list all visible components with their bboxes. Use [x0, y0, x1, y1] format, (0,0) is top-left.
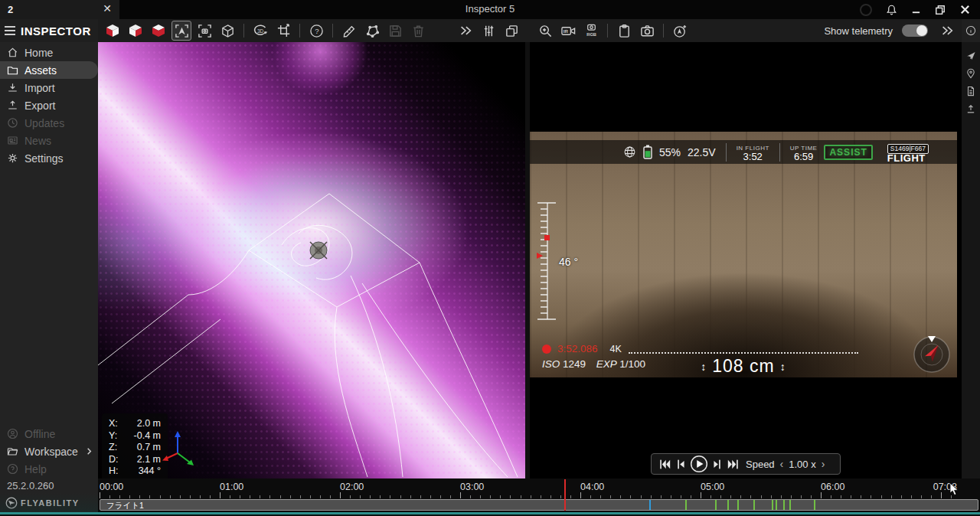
svg-text:RGB: RGB	[586, 32, 596, 37]
event-marker[interactable]	[685, 500, 687, 510]
sidebar-item-workspace[interactable]: Workspace	[0, 443, 98, 460]
drone-model	[310, 242, 327, 259]
telemetry-bar: 55% 22.5V IN FLIGHT 3:52 UP TIME 6:59 AS…	[530, 140, 957, 164]
gear-icon	[7, 152, 18, 164]
panel-chevrons-icon[interactable]	[937, 21, 957, 41]
step-back-icon[interactable]	[675, 459, 686, 470]
event-marker[interactable]	[783, 500, 785, 510]
rotate-3d-icon[interactable]: 3D	[250, 21, 270, 41]
compass-indicator	[913, 335, 951, 374]
sidebar-item-settings[interactable]: Settings	[0, 149, 98, 167]
timeline-ticks	[98, 492, 980, 498]
document-icon[interactable]	[962, 82, 980, 100]
step-forward-icon[interactable]	[712, 459, 723, 470]
asset-cube-2-icon[interactable]	[126, 21, 145, 41]
speed-up-icon[interactable]: ›	[820, 458, 827, 470]
event-marker[interactable]	[814, 500, 815, 510]
more-chevrons-icon[interactable]	[456, 21, 475, 41]
play-button[interactable]	[690, 455, 708, 473]
flight-session: S1469|F667 FLIGHT	[887, 142, 929, 162]
layout-windows-icon[interactable]	[501, 21, 521, 41]
camera-video-feed[interactable]: 55% 22.5V IN FLIGHT 3:52 UP TIME 6:59 AS…	[530, 132, 957, 377]
user-status-icon	[7, 428, 18, 439]
show-telemetry-toggle[interactable]	[902, 24, 928, 37]
battery-voltage: 22.5V	[688, 146, 716, 158]
skip-end-icon[interactable]	[727, 459, 740, 470]
flight-track[interactable]: フライト1	[100, 499, 978, 511]
speed-down-icon[interactable]: ‹	[779, 458, 786, 470]
ir-video-icon[interactable]: IR	[558, 21, 578, 41]
battery-percent: 55%	[659, 146, 681, 158]
timeline-time-label: 06:00	[821, 482, 844, 492]
sidebar-item-home[interactable]: Home	[0, 44, 98, 61]
close-icon[interactable]	[959, 4, 971, 15]
timeline[interactable]: 00:0001:0002:0003:0004:0005:0006:0007:08…	[98, 478, 980, 512]
minimize-icon[interactable]	[911, 5, 921, 15]
event-marker[interactable]	[727, 500, 729, 510]
sidebar-item-updates: Updates	[0, 114, 98, 132]
airplane-icon[interactable]	[962, 47, 980, 64]
restore-icon[interactable]	[935, 5, 946, 15]
pointcloud-viewport[interactable]: X:2.0 m Y:-0.4 m Z:0.7 m D:2.1 m H:344 °	[98, 42, 525, 478]
rgb-video-icon[interactable]: RGB	[581, 21, 601, 41]
axis-gizmo-icon	[162, 427, 198, 473]
flyability-mark-icon	[5, 497, 18, 509]
measure-icon[interactable]	[339, 21, 359, 41]
filters-icon[interactable]	[479, 21, 498, 41]
avatar[interactable]	[860, 4, 872, 16]
export-icon	[7, 100, 18, 111]
locate-drone-icon[interactable]	[172, 21, 191, 41]
exp-label: EXP	[596, 358, 617, 370]
asset-cube-1-icon[interactable]	[103, 21, 122, 41]
tilt-angle-value: 46 °	[559, 256, 578, 268]
upload-icon[interactable]	[962, 100, 980, 117]
menu-icon[interactable]	[5, 26, 15, 35]
playback-controls: Speed ‹ 1.00 x ›	[651, 453, 841, 475]
asset-cube-3-icon[interactable]	[149, 21, 168, 41]
bounding-box-icon[interactable]	[217, 21, 237, 41]
info-icon[interactable]	[962, 19, 980, 42]
event-marker[interactable]	[753, 500, 755, 510]
poi-icon[interactable]	[670, 21, 690, 41]
connection-globe-icon	[623, 145, 636, 158]
skip-start-icon[interactable]	[658, 459, 671, 470]
svg-text:IR: IR	[563, 28, 568, 34]
sidebar-item-export[interactable]: Export	[0, 96, 98, 114]
event-marker[interactable]	[772, 500, 773, 510]
help-icon[interactable]: ?	[306, 21, 326, 41]
screenshot-icon[interactable]	[637, 21, 657, 41]
sidebar-item-import[interactable]: Import	[0, 79, 98, 96]
updown-arrow-icon: ↕	[701, 361, 707, 373]
record-time: 3:52.086	[557, 343, 598, 354]
timeline-time-label: 01:00	[220, 482, 243, 492]
edge-column	[962, 19, 980, 478]
clipboard-icon[interactable]	[614, 21, 634, 41]
timeline-time-label: 03:00	[460, 482, 484, 492]
crop-icon[interactable]	[273, 21, 293, 41]
app-version: 25.2.0.260	[7, 480, 54, 492]
bell-icon[interactable]	[886, 4, 897, 15]
sidebar: Home Assets Import Export Updates News S…	[0, 42, 98, 516]
event-marker[interactable]	[737, 500, 739, 510]
folder-icon	[7, 64, 18, 76]
location-pin-icon[interactable]	[962, 64, 980, 82]
distance-dotted-line	[629, 352, 858, 354]
flyability-logo: FLYABILITY	[5, 497, 80, 509]
sidebar-item-assets[interactable]: Assets	[0, 61, 98, 79]
polygon-icon[interactable]	[362, 21, 382, 41]
sidebar-item-help: Help	[0, 460, 98, 478]
event-marker[interactable]	[789, 500, 791, 510]
zoom-in-icon[interactable]	[535, 21, 555, 41]
delete-icon	[408, 21, 428, 41]
timeline-playhead[interactable]	[564, 479, 566, 511]
event-marker[interactable]	[715, 500, 717, 510]
import-icon	[7, 82, 18, 93]
event-marker[interactable]	[649, 500, 651, 510]
in-flight-time: IN FLIGHT 3:52	[737, 144, 769, 161]
save-icon	[385, 21, 405, 41]
timeline-time-label: 00:00	[100, 482, 123, 492]
inspector-app: 2 ✕ Inspector 5 INSPECTOR	[0, 0, 980, 516]
capture-view-icon[interactable]	[194, 21, 214, 41]
event-marker[interactable]	[776, 500, 777, 510]
speed-value: 1.00 x	[789, 459, 815, 470]
